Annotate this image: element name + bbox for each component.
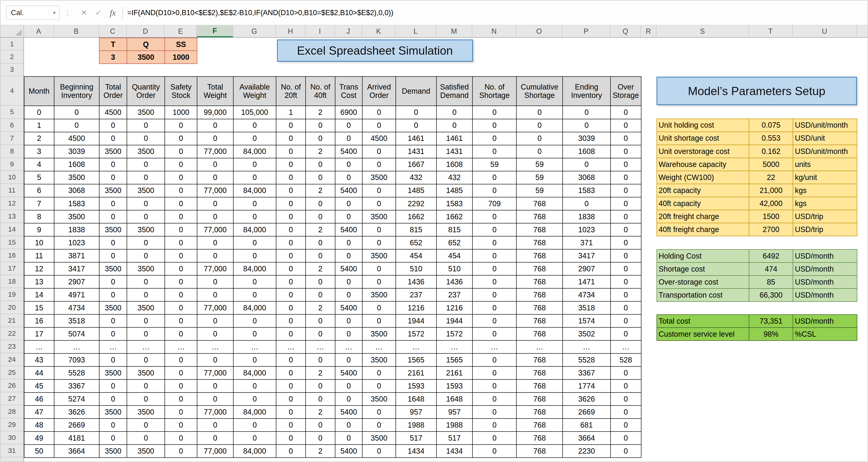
cell-M23[interactable]: … <box>436 340 473 353</box>
cell-K13[interactable]: 3500 <box>362 210 396 223</box>
column-header-H[interactable]: H <box>276 25 305 37</box>
cell-K17[interactable]: 0 <box>362 262 396 275</box>
cell-G29[interactable]: 0 <box>233 418 276 432</box>
cell-S10[interactable]: Weight (CW100) <box>657 171 749 184</box>
cell-D9[interactable]: 0 <box>127 158 165 171</box>
cell-L25[interactable]: 2161 <box>396 367 436 379</box>
row-header-26[interactable]: 26 <box>0 379 24 392</box>
column-header-D[interactable]: D <box>127 25 164 37</box>
cell-P25[interactable]: 3367 <box>563 367 611 379</box>
cell-L29[interactable]: 1988 <box>396 418 436 432</box>
column-header-B[interactable]: B <box>54 25 99 37</box>
cell-U11[interactable]: kgs <box>793 184 857 197</box>
cell-F5[interactable]: 99,000 <box>197 106 233 119</box>
cell-C9[interactable]: 0 <box>99 158 127 171</box>
cell-G25[interactable]: 84,000 <box>233 367 276 379</box>
cell-K20[interactable]: 0 <box>362 301 396 314</box>
cell-G27[interactable]: 0 <box>233 393 276 405</box>
cell-G7[interactable]: 0 <box>233 132 276 145</box>
row-header-16[interactable]: 16 <box>0 249 24 262</box>
cell-F24[interactable]: 0 <box>197 353 233 367</box>
select-all-corner[interactable] <box>0 25 24 37</box>
cell-K31[interactable]: 0 <box>362 444 396 458</box>
cell-L30[interactable]: 517 <box>396 432 436 444</box>
cell-M19[interactable]: 237 <box>436 288 473 301</box>
cell-I17[interactable]: 2 <box>306 262 335 275</box>
cell-L9[interactable]: 1667 <box>396 158 436 171</box>
row-header-14[interactable]: 14 <box>0 223 24 236</box>
cell-L5[interactable]: 0 <box>396 106 436 119</box>
cell-C26[interactable]: 0 <box>99 379 127 393</box>
cell-N28[interactable]: 0 <box>472 405 516 418</box>
cell-K11[interactable]: 0 <box>362 184 396 197</box>
cell-B26[interactable]: 3367 <box>54 379 99 393</box>
cell-D1[interactable]: Q <box>127 38 165 51</box>
cell-D24[interactable]: 0 <box>127 353 165 367</box>
cell-D18[interactable]: 0 <box>127 275 165 288</box>
cell-S21[interactable]: Total cost <box>657 315 749 327</box>
cell-D30[interactable]: 0 <box>127 432 165 444</box>
cell-K12[interactable]: 0 <box>362 197 396 210</box>
cell-L27[interactable]: 1648 <box>396 393 436 405</box>
cell-Q19[interactable]: 0 <box>611 288 641 301</box>
row-header-4[interactable]: 4 <box>0 76 24 106</box>
cell-A16[interactable]: 11 <box>24 249 54 262</box>
chevron-down-icon[interactable]: ▾ <box>48 10 57 16</box>
cell-A21[interactable]: 16 <box>24 314 54 327</box>
cell-J17[interactable]: 5400 <box>335 262 362 275</box>
cell-H17[interactable]: 0 <box>276 262 306 275</box>
cell-J27[interactable]: 0 <box>335 393 362 405</box>
cell-S6[interactable]: Unit holding cost <box>657 119 749 132</box>
cell-E7[interactable]: 0 <box>165 132 197 145</box>
cell-G21[interactable]: 0 <box>233 314 276 327</box>
cell-D27[interactable]: 0 <box>127 393 165 405</box>
cell-M14[interactable]: 815 <box>436 223 473 236</box>
cell-B16[interactable]: 3871 <box>54 249 99 262</box>
cell-J18[interactable]: 0 <box>335 275 362 288</box>
cell-G11[interactable]: 84,000 <box>233 184 276 197</box>
cell-K22[interactable]: 3500 <box>362 327 396 340</box>
cell-J24[interactable]: 0 <box>335 353 362 367</box>
cell-H9[interactable]: 0 <box>276 158 306 171</box>
cell-D20[interactable]: 3500 <box>127 301 165 314</box>
cell-D7[interactable]: 0 <box>127 132 165 145</box>
cell-L8[interactable]: 1431 <box>396 145 436 158</box>
cell-P14[interactable]: 1023 <box>563 223 611 236</box>
cell-T7[interactable]: 0.553 <box>749 132 793 145</box>
cell-S9[interactable]: Warehouse capacity <box>657 158 749 171</box>
cell-E6[interactable]: 0 <box>165 119 197 132</box>
cell-N23[interactable]: … <box>472 340 516 353</box>
cell-T10[interactable]: 22 <box>749 171 793 184</box>
cell-E21[interactable]: 0 <box>165 314 197 327</box>
cell-K27[interactable]: 3500 <box>362 393 396 405</box>
cell-B21[interactable]: 3518 <box>54 314 99 327</box>
cell-B12[interactable]: 1583 <box>54 197 99 210</box>
cell-E5[interactable]: 1000 <box>165 106 197 119</box>
cell-I28[interactable]: 2 <box>306 405 335 418</box>
row-header-18[interactable]: 18 <box>0 275 24 288</box>
cell-O5[interactable]: 0 <box>516 106 563 119</box>
cell-B28[interactable]: 3626 <box>54 405 99 418</box>
cell-C5[interactable]: 4500 <box>99 106 127 119</box>
cell-C21[interactable]: 0 <box>99 314 127 327</box>
row-header-1[interactable]: 1 <box>0 38 24 51</box>
cell-B15[interactable]: 1023 <box>54 236 99 249</box>
cell-K19[interactable]: 3500 <box>362 288 396 301</box>
cell-A9[interactable]: 4 <box>24 158 54 171</box>
cell-O9[interactable]: 59 <box>516 158 563 171</box>
cell-F10[interactable]: 0 <box>197 171 233 184</box>
cell-H28[interactable]: 0 <box>276 405 306 418</box>
cell-K7[interactable]: 4500 <box>362 132 396 145</box>
cell-H4[interactable]: No. of 20ft <box>276 77 306 106</box>
row-header-30[interactable]: 30 <box>0 431 24 444</box>
cancel-formula-button[interactable]: ✕ <box>77 6 91 20</box>
column-header-S[interactable]: S <box>656 25 749 37</box>
cell-N14[interactable]: 0 <box>472 223 516 236</box>
cell-J28[interactable]: 5400 <box>335 405 362 418</box>
cell-O31[interactable]: 768 <box>516 444 563 458</box>
cell-S17[interactable]: Shortage cost <box>657 262 749 276</box>
cell-S12[interactable]: 40ft capacity <box>657 197 749 210</box>
cell-T21[interactable]: 73,351 <box>749 315 793 327</box>
cell-B27[interactable]: 5274 <box>54 393 99 405</box>
cell-L24[interactable]: 1565 <box>396 353 436 367</box>
